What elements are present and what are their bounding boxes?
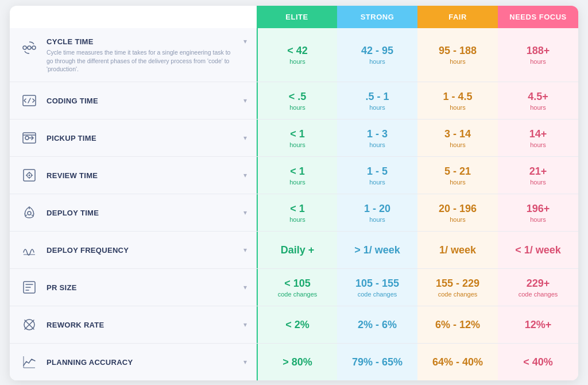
- strong-value-coding-time: .5 - 1 hours: [337, 82, 417, 119]
- metric-text-rework-rate: REWORK RATE: [47, 321, 237, 329]
- chevron-icon-pickup-time[interactable]: ▾: [243, 134, 247, 142]
- chevron-icon-cycle-time[interactable]: ▾: [243, 37, 247, 45]
- metric-title-review-time: REVIEW TIME: [47, 171, 237, 180]
- metric-cell-cycle-time: CYCLE TIME Cycle time measures the time …: [10, 28, 257, 82]
- fair-sub-pr-size: code changes: [438, 291, 478, 298]
- metric-text-deploy-time: DEPLOY TIME: [47, 209, 237, 217]
- fair-value-review-time: 5 - 21 hours: [417, 157, 498, 194]
- table-row: CYCLE TIME Cycle time measures the time …: [10, 28, 578, 82]
- metric-title-pickup-time: PICKUP TIME: [47, 134, 237, 143]
- elite-value-deploy-time: < 1 hours: [257, 194, 337, 231]
- metric-text-coding-time: CODING TIME: [47, 97, 237, 105]
- metric-cell-coding-time: CODING TIME ▾: [10, 82, 257, 119]
- elite-main-pr-size: < 105: [284, 278, 311, 290]
- strong-main-pr-size: 105 - 155: [355, 278, 399, 290]
- fair-main-cycle-time: 95 - 188: [439, 45, 477, 57]
- elite-main-cycle-time: < 42: [287, 45, 308, 57]
- table-row: REVIEW TIME ▾ < 1 hours 1 - 5 hours 5 - …: [10, 157, 578, 194]
- metric-title-planning-accuracy: PLANNING ACCURACY: [47, 358, 237, 367]
- svg-point-2: [32, 46, 36, 49]
- metric-title-coding-time: CODING TIME: [47, 97, 237, 105]
- fair-main-review-time: 5 - 21: [444, 165, 471, 178]
- needs-main-pr-size: 229+: [527, 278, 550, 290]
- chevron-icon-deploy-time[interactable]: ▾: [243, 209, 247, 217]
- needs-value-planning-accuracy: < 40%: [498, 344, 578, 380]
- needs-value-rework-rate: 12%+: [498, 306, 578, 343]
- needs-value-deploy-frequency: < 1/ week: [498, 232, 578, 268]
- chevron-icon-pr-size[interactable]: ▾: [243, 283, 247, 291]
- table-body: CYCLE TIME Cycle time measures the time …: [10, 28, 578, 380]
- metric-text-pickup-time: PICKUP TIME: [47, 134, 237, 143]
- strong-main-review-time: 1 - 5: [367, 165, 388, 178]
- pickup-icon: [19, 128, 40, 148]
- fair-main-pickup-time: 3 - 14: [444, 128, 471, 140]
- needs-main-pickup-time: 14+: [529, 128, 547, 140]
- strong-main-cycle-time: 42 - 95: [361, 45, 393, 57]
- strong-value-rework-rate: 2% - 6%: [337, 306, 417, 343]
- planning-icon: [19, 352, 40, 372]
- table-row: PICKUP TIME ▾ < 1 hours 1 - 3 hours 3 - …: [10, 120, 578, 157]
- fair-value-planning-accuracy: 64% - 40%: [417, 344, 498, 380]
- metric-cell-review-time: REVIEW TIME ▾: [10, 157, 257, 194]
- chevron-icon-deploy-frequency[interactable]: ▾: [243, 246, 247, 254]
- metric-title-deploy-frequency: DEPLOY FREQUENCY: [47, 246, 237, 255]
- chevron-icon-planning-accuracy[interactable]: ▾: [243, 358, 247, 366]
- strong-value-cycle-time: 42 - 95 hours: [337, 28, 417, 82]
- needs-main-coding-time: 4.5+: [528, 91, 548, 103]
- fair-sub-deploy-time: hours: [450, 216, 466, 223]
- elite-value-review-time: < 1 hours: [257, 157, 337, 194]
- elite-sub-cycle-time: hours: [289, 58, 305, 65]
- needs-value-deploy-time: 196+ hours: [498, 194, 578, 231]
- metric-cell-planning-accuracy: PLANNING ACCURACY ▾: [10, 344, 257, 380]
- strong-sub-coding-time: hours: [369, 104, 385, 111]
- metric-title-rework-rate: REWORK RATE: [47, 321, 237, 329]
- strong-sub-cycle-time: hours: [369, 58, 385, 65]
- metric-text-planning-accuracy: PLANNING ACCURACY: [47, 358, 237, 367]
- elite-main-review-time: < 1: [290, 165, 305, 178]
- fair-value-rework-rate: 6% - 12%: [417, 306, 498, 343]
- deploy-icon: [19, 202, 40, 223]
- metric-text-deploy-frequency: DEPLOY FREQUENCY: [47, 246, 237, 255]
- elite-value-coding-time: < .5 hours: [257, 82, 337, 119]
- chevron-icon-review-time[interactable]: ▾: [243, 171, 247, 179]
- pr-icon: [19, 277, 40, 298]
- chevron-icon-coding-time[interactable]: ▾: [243, 97, 247, 105]
- fair-value-pickup-time: 3 - 14 hours: [417, 120, 498, 156]
- review-icon: [19, 165, 40, 186]
- needs-main-rework-rate: 12%+: [525, 319, 552, 331]
- metric-title-pr-size: PR SIZE: [47, 283, 237, 292]
- fair-sub-cycle-time: hours: [450, 58, 466, 65]
- elite-value-pickup-time: < 1 hours: [257, 120, 337, 156]
- fair-value-cycle-time: 95 - 188 hours: [417, 28, 498, 82]
- fair-value-pr-size: 155 - 229 code changes: [417, 269, 498, 306]
- strong-value-pickup-time: 1 - 3 hours: [337, 120, 417, 156]
- needs-main-review-time: 21+: [529, 165, 547, 178]
- coding-icon: [19, 90, 40, 111]
- needs-main-planning-accuracy: < 40%: [523, 356, 553, 368]
- table-header: ELITE STRONG FAIR NEEDS FOCUS: [10, 6, 578, 28]
- fair-main-deploy-time: 20 - 196: [439, 203, 477, 215]
- fair-value-deploy-time: 20 - 196 hours: [417, 194, 498, 231]
- metrics-table: ELITE STRONG FAIR NEEDS FOCUS CYCLE TIME…: [10, 6, 578, 380]
- elite-sub-coding-time: hours: [289, 104, 305, 111]
- strong-main-pickup-time: 1 - 3: [367, 128, 388, 140]
- strong-value-deploy-frequency: > 1/ week: [337, 232, 417, 268]
- metric-cell-deploy-time: DEPLOY TIME ▾: [10, 194, 257, 231]
- fair-main-rework-rate: 6% - 12%: [435, 319, 480, 331]
- elite-sub-deploy-time: hours: [289, 216, 305, 223]
- fair-main-deploy-frequency: 1/ week: [439, 244, 476, 256]
- strong-value-review-time: 1 - 5 hours: [337, 157, 417, 194]
- fair-value-coding-time: 1 - 4.5 hours: [417, 82, 498, 119]
- metric-cell-pr-size: PR SIZE ▾: [10, 269, 257, 306]
- chevron-icon-rework-rate[interactable]: ▾: [243, 321, 247, 329]
- metric-cell-rework-rate: REWORK RATE ▾: [10, 306, 257, 343]
- metric-title-deploy-time: DEPLOY TIME: [47, 209, 237, 217]
- needs-value-pickup-time: 14+ hours: [498, 120, 578, 156]
- elite-main-planning-accuracy: > 80%: [283, 356, 312, 368]
- elite-main-deploy-time: < 1: [290, 203, 305, 215]
- strong-value-deploy-time: 1 - 20 hours: [337, 194, 417, 231]
- needs-main-deploy-frequency: < 1/ week: [515, 244, 561, 256]
- elite-value-cycle-time: < 42 hours: [257, 28, 337, 82]
- needs-sub-review-time: hours: [530, 179, 546, 186]
- metric-cell-deploy-frequency: DEPLOY FREQUENCY ▾: [10, 232, 257, 268]
